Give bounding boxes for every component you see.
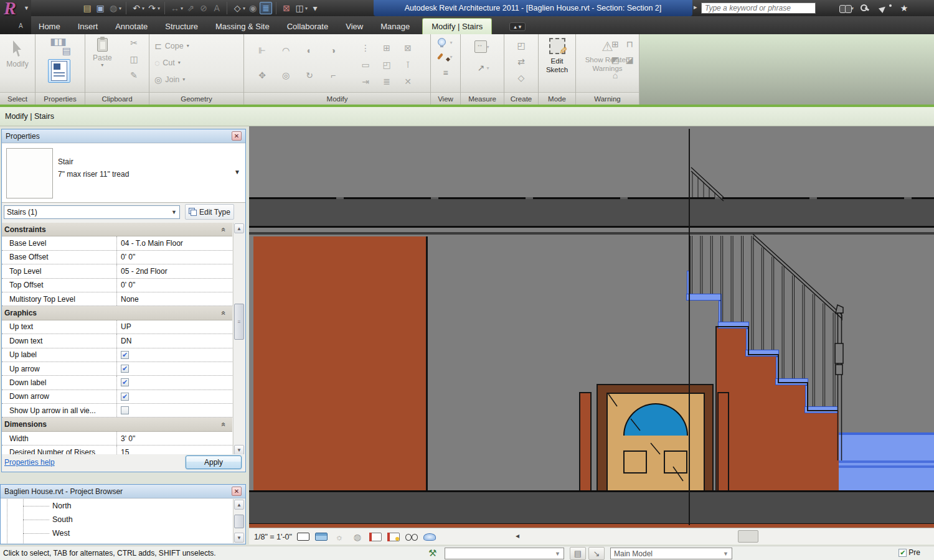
crop-view-icon[interactable] (369, 533, 382, 541)
tab-collaborate[interactable]: Collaborate (278, 18, 337, 34)
panel-geometry-label[interactable]: Geometry (149, 92, 243, 105)
tab-structure[interactable]: Structure (156, 18, 207, 34)
project-browser-close-button[interactable]: ✕ (232, 487, 242, 496)
tree-item-south[interactable]: South (1, 513, 233, 526)
panel-select-label[interactable]: Select (0, 92, 35, 105)
collapse-chevron-icon[interactable]: « (220, 422, 229, 427)
checkbox-checked[interactable]: ✔ (121, 393, 129, 401)
switch-windows-icon-dropdown[interactable]: ▾ (305, 6, 308, 11)
undo-icon-dropdown[interactable]: ▾ (142, 6, 144, 11)
panel-properties-label[interactable]: Properties (35, 92, 85, 105)
panel-warning-label[interactable]: Warning (576, 92, 639, 105)
default-3d-view-icon-dropdown[interactable]: ▾ (243, 6, 245, 11)
text-icon[interactable]: A (210, 2, 223, 14)
move-icon[interactable]: ✥ (256, 69, 268, 82)
property-group-graphics[interactable]: Graphics« (2, 306, 232, 320)
trim-extend-icon[interactable]: ⌐ (327, 69, 339, 82)
tag-icon[interactable]: ⊘ (197, 2, 210, 14)
tab-manage[interactable]: Manage (372, 18, 418, 34)
panel-mode-label[interactable]: Mode (539, 92, 575, 105)
edit-sketch-button[interactable]: Edit Sketch (539, 38, 575, 75)
save-icon[interactable]: ▣ (94, 2, 106, 14)
minimize-ribbon-button[interactable]: ▴▾ (509, 22, 526, 31)
redo-icon[interactable]: ↷ (146, 2, 158, 14)
property-value[interactable]: UP (116, 320, 232, 334)
properties-scrollbar[interactable]: ▲ ≡ ▼ (233, 223, 245, 455)
horizontal-scrollbar[interactable]: 1/8" = 1'-0" ☼◍ ◂ (249, 528, 934, 544)
create-assembly-icon[interactable]: ◇ (515, 72, 527, 84)
paste-button[interactable]: Paste ▾ (93, 38, 112, 68)
panel-clipboard-label[interactable]: Clipboard (85, 92, 149, 105)
align-icon[interactable]: ⊩ (256, 44, 268, 57)
thin-lines-icon[interactable]: ≡ (440, 67, 452, 79)
panel-create-label[interactable]: Create (504, 92, 538, 105)
title-expand-arrow-icon[interactable]: ▸ (694, 3, 697, 11)
property-value[interactable]: 3' 0" (116, 432, 232, 445)
search-binoculars-icon[interactable] (839, 5, 852, 12)
reveal-hidden-elements-icon[interactable] (423, 533, 436, 541)
default-3d-view-icon[interactable]: ◇ (231, 2, 243, 14)
property-value[interactable]: 05 - 2nd Floor (116, 264, 232, 278)
property-value[interactable] (116, 404, 232, 417)
property-group-dimensions[interactable]: Dimensions« (2, 418, 232, 431)
modify-button[interactable]: Modify (0, 40, 35, 68)
property-value[interactable]: ✔ (116, 376, 232, 389)
redo-icon-dropdown[interactable]: ▾ (158, 6, 160, 11)
property-value[interactable]: 04 - T.o Main Floor (116, 236, 232, 250)
shadows-icon[interactable]: ◍ (351, 531, 364, 543)
subscription-center-key-icon[interactable] (861, 4, 873, 12)
scrollbar-thumb[interactable] (738, 530, 758, 543)
properties-palette-toggle[interactable] (48, 59, 70, 83)
switch-windows-icon[interactable]: ◫ (293, 2, 306, 14)
measure-icon-dropdown[interactable]: ▾ (181, 6, 183, 11)
show-crop-region-icon[interactable] (387, 533, 400, 541)
section-reference-line[interactable] (689, 129, 690, 525)
properties-help-link[interactable]: Properties help (4, 458, 55, 467)
property-group-constraints[interactable]: Constraints« (2, 223, 232, 236)
browser-scrollbar[interactable]: ▲ ▼ (233, 499, 245, 543)
tree-item-west[interactable]: West (1, 526, 233, 540)
open-icon[interactable]: ▤ (81, 2, 93, 14)
render-icon[interactable]: ◉ (247, 2, 259, 14)
properties-palette-titlebar[interactable]: Properties ✕ (2, 129, 245, 143)
create-parts-icon[interactable]: ⇄ (515, 55, 527, 68)
measure-between-icon-dropdown[interactable]: ▾ (486, 65, 489, 71)
tab-home[interactable]: Home (30, 18, 69, 34)
copy-element-icon[interactable]: ◎ (280, 69, 292, 82)
undo-icon[interactable]: ↶ (130, 2, 143, 14)
trim-multiple-icon[interactable]: ≣ (380, 75, 393, 88)
active-workset-combo[interactable]: ▼ (445, 548, 564, 559)
tab-annotate[interactable]: Annotate (106, 18, 156, 34)
show-related-warnings-button[interactable]: ⚠ Show Related Warnings (576, 39, 639, 73)
press-drag-checkbox[interactable]: ✔ Pre (899, 548, 920, 557)
collapse-chevron-icon[interactable]: « (220, 227, 229, 231)
delete-icon[interactable]: ✕ (402, 75, 414, 88)
measure-icon[interactable]: ↔ (169, 2, 181, 14)
section-icon[interactable]: ≣ (260, 2, 272, 14)
type-selector[interactable]: Stair 7" max riser 11" tread ▼ (2, 144, 245, 203)
override-graphics-paintbrush-icon[interactable] (438, 52, 450, 62)
worksets-icon[interactable]: ⚒ (428, 548, 436, 559)
rotate-icon[interactable]: ↻ (303, 69, 316, 82)
apply-button[interactable]: Apply (186, 455, 242, 469)
detail-level-icon[interactable] (297, 533, 309, 541)
scroll-up-icon[interactable]: ▲ (234, 500, 244, 510)
properties-scrollbar-thumb[interactable]: ≡ (234, 304, 244, 340)
measure-ruler-icon[interactable]: ↔ (474, 40, 487, 53)
scroll-down-icon[interactable]: ▼ (234, 445, 244, 455)
worksets-dialog-button[interactable]: ▤ (570, 547, 586, 560)
type-properties-icon[interactable] (50, 37, 71, 55)
tab-modify-stairs[interactable]: Modify | Stairs (422, 18, 492, 34)
property-value[interactable]: 0' 0" (116, 279, 232, 292)
drawing-area[interactable] (249, 126, 934, 528)
tab-massing-site[interactable]: Massing & Site (207, 18, 278, 34)
checkbox-checked[interactable]: ✔ (121, 378, 129, 386)
split-element-icon[interactable]: ⋮ (359, 42, 372, 54)
property-value[interactable]: ✔ (116, 390, 232, 403)
create-group-icon[interactable]: ◰ (515, 39, 527, 52)
copy-icon[interactable]: ◫ (128, 53, 140, 65)
measure-ruler-icon-dropdown[interactable]: ▾ (486, 44, 489, 50)
panel-view-label[interactable]: View (431, 92, 460, 105)
scroll-down-icon[interactable]: ▼ (234, 533, 244, 543)
tab-view[interactable]: View (337, 18, 372, 34)
